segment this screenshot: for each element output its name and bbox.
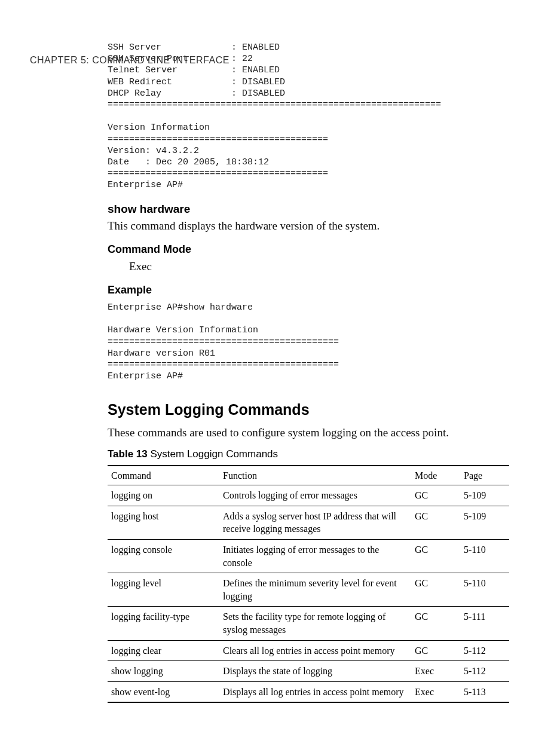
cell-cmd: show logging <box>108 661 219 682</box>
cell-func: Displays the state of logging <box>219 661 411 682</box>
cell-mode: GC <box>411 573 460 607</box>
table-row: logging level Defines the minimum severi… <box>108 573 509 607</box>
table-row: logging host Adds a syslog server host I… <box>108 506 509 539</box>
cell-page: 5-112 <box>460 661 509 682</box>
col-function-header: Function <box>219 466 411 485</box>
cell-page: 5-109 <box>460 485 509 506</box>
command-mode-label: Command Mode <box>108 242 509 256</box>
table-row: show logging Displays the state of loggi… <box>108 661 509 682</box>
cell-page: 5-111 <box>460 607 509 640</box>
cell-page: 5-110 <box>460 539 509 573</box>
cell-cmd: logging facility-type <box>108 607 219 640</box>
table-row: logging facility-type Sets the facility … <box>108 607 509 640</box>
section-heading: System Logging Commands <box>108 400 509 420</box>
table-body: logging on Controls logging of error mes… <box>108 485 509 703</box>
running-header: CHAPTER 5: COMMAND LINE INTERFACE <box>30 54 229 67</box>
cell-cmd: show event-log <box>108 681 219 702</box>
cell-func: Displays all log entries in access point… <box>219 681 411 702</box>
command-mode-value: Exec <box>129 259 509 274</box>
show-hardware-heading: show hardware <box>108 201 509 217</box>
cell-func: Adds a syslog server host IP address tha… <box>219 506 411 539</box>
running-header-text: CHAPTER 5: COMMAND LINE INTERFACE <box>30 55 229 65</box>
cell-mode: GC <box>411 506 460 539</box>
table-row: show event-log Displays all log entries … <box>108 681 509 702</box>
section-intro: These commands are used to configure sys… <box>108 425 509 441</box>
cell-mode: GC <box>411 539 460 573</box>
example-label: Example <box>108 283 509 297</box>
cell-mode: GC <box>411 485 460 506</box>
table-header-row: Command Function Mode Page <box>108 466 509 485</box>
table-caption: Table 13 System Loggign Commands <box>108 448 509 461</box>
table-row: logging on Controls logging of error mes… <box>108 485 509 506</box>
cell-func: Clears all log entries in access point m… <box>219 640 411 661</box>
cell-page: 5-110 <box>460 573 509 607</box>
col-mode-header: Mode <box>411 466 460 485</box>
show-hardware-description: This command displays the hardware versi… <box>108 218 509 234</box>
cell-mode: GC <box>411 607 460 640</box>
cell-cmd: logging host <box>108 506 219 539</box>
table-row: logging clear Clears all log entries in … <box>108 640 509 661</box>
cell-func: Initiates logging of error messages to t… <box>219 539 411 573</box>
cell-cmd: logging level <box>108 573 219 607</box>
cell-mode: GC <box>411 640 460 661</box>
cell-mode: Exec <box>411 681 460 702</box>
table-caption-rest: System Loggign Commands <box>148 448 278 460</box>
cell-page: 5-112 <box>460 640 509 661</box>
cell-cmd: logging on <box>108 485 219 506</box>
cell-mode: Exec <box>411 661 460 682</box>
cell-func: Defines the minimum severity level for e… <box>219 573 411 607</box>
col-command-header: Command <box>108 466 219 485</box>
cell-func: Controls logging of error messages <box>219 485 411 506</box>
cell-page: 5-109 <box>460 506 509 539</box>
logging-commands-table: Command Function Mode Page logging on Co… <box>108 465 509 704</box>
table-row: logging console Initiates logging of err… <box>108 539 509 573</box>
cell-cmd: logging console <box>108 539 219 573</box>
cell-func: Sets the facility type for remote loggin… <box>219 607 411 640</box>
page: CHAPTER 5: COMMAND LINE INTERFACE SSH Se… <box>0 42 560 734</box>
cell-cmd: logging clear <box>108 640 219 661</box>
table-caption-bold: Table 13 <box>108 448 148 460</box>
cell-page: 5-113 <box>460 681 509 702</box>
code-block-show-hardware: Enterprise AP#show hardware Hardware Ver… <box>108 302 509 382</box>
col-page-header: Page <box>460 466 509 485</box>
